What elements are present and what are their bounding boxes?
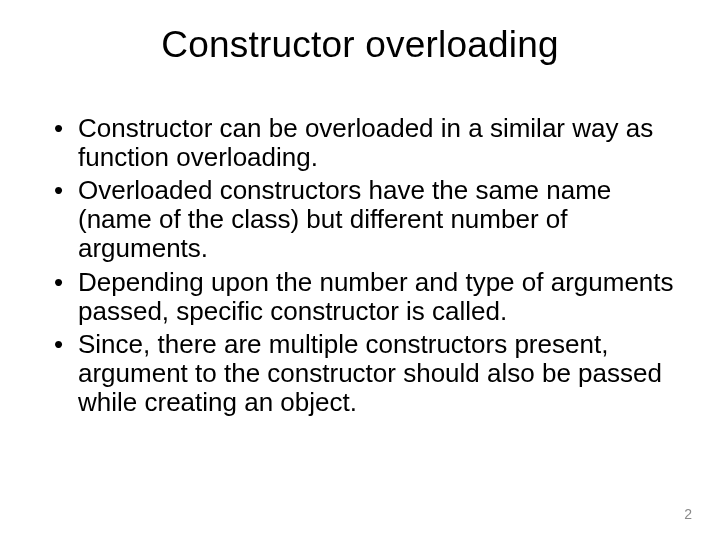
bullet-list: Constructor can be overloaded in a simil… [44,114,676,417]
list-item: Overloaded constructors have the same na… [60,176,676,263]
list-item: Constructor can be overloaded in a simil… [60,114,676,172]
slide: Constructor overloading Constructor can … [0,0,720,540]
slide-title: Constructor overloading [44,24,676,66]
list-item: Depending upon the number and type of ar… [60,268,676,326]
list-item: Since, there are multiple constructors p… [60,330,676,417]
page-number: 2 [684,506,692,522]
